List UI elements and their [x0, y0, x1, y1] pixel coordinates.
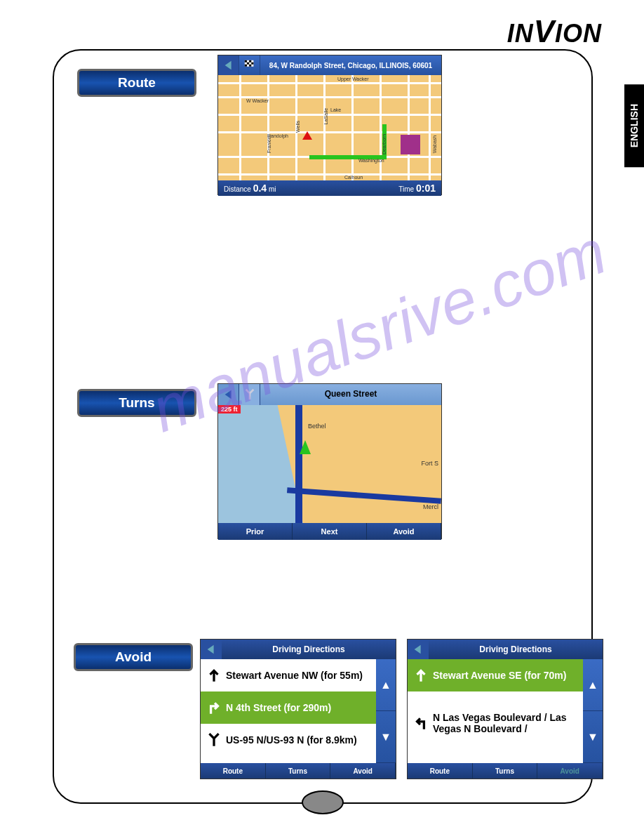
dd-list: Stewart Avenue NW (for 55m) N 4th Street…	[201, 659, 376, 763]
dd-row-text: Stewart Avenue SE (for 70m)	[433, 670, 582, 681]
highway-horizontal	[287, 487, 441, 503]
street-title: Queen Street	[260, 390, 441, 399]
map-canvas[interactable]: 225 ft Bethel Fort S Mercl	[218, 405, 441, 523]
brand-logo: INVION	[507, 14, 602, 49]
map-label: Fort S	[421, 460, 438, 467]
dd-row-text: N 4th Street (for 290m)	[226, 702, 375, 713]
avoid-button[interactable]: Avoid	[537, 763, 603, 779]
street-label: Upper Wacker	[337, 77, 368, 81]
destination-address: 84, W Randolph Street, Chicago, ILLINOIS…	[260, 62, 441, 70]
svg-rect-4	[246, 62, 248, 65]
route-button[interactable]: Route	[201, 763, 266, 779]
distance-label: Distance	[224, 185, 251, 193]
page-knob	[302, 790, 344, 814]
svg-marker-0	[224, 61, 231, 70]
back-icon[interactable]	[201, 640, 222, 659]
language-tab: ENGLISH	[624, 84, 644, 167]
dd-row[interactable]: US-95 N/US-93 N (for 8.9km)	[201, 724, 376, 756]
map-label: Bethel	[308, 423, 326, 430]
scroll-down-icon[interactable]: ▼	[583, 711, 603, 763]
dd-row-text: N Las Vegas Boulevard / Las Vegas N Boul…	[433, 712, 582, 734]
turns-button[interactable]: Turns	[473, 763, 538, 779]
map-footer: Prior Next Avoid	[218, 523, 441, 540]
straight-icon	[205, 666, 223, 684]
scroll-bar[interactable]: ▲ ▼	[376, 659, 396, 763]
avoid-button[interactable]: Avoid	[74, 643, 193, 671]
merge-icon	[205, 731, 223, 749]
street-label: Wells	[295, 121, 300, 133]
street-label: Franklin	[267, 135, 271, 153]
straight-icon	[412, 666, 430, 684]
dd-header: Driving Directions	[408, 640, 603, 659]
svg-marker-9	[208, 645, 214, 654]
route-button[interactable]: Route	[408, 763, 473, 779]
turns-map-screenshot: Queen Street 225 ft Bethel Fort S Mercl …	[217, 383, 442, 539]
street-label: LaSalle	[323, 108, 328, 124]
dd-header: Driving Directions	[201, 640, 396, 659]
current-location-icon	[302, 131, 312, 140]
scroll-up-icon[interactable]: ▲	[376, 659, 396, 711]
direction-arrow-icon	[300, 440, 311, 454]
driving-directions-panel: Driving Directions Stewart Avenue SE (fo…	[407, 639, 603, 779]
dd-row-text: US-95 N/US-93 N (for 8.9km)	[226, 734, 375, 746]
street-label: Wabash	[432, 135, 437, 153]
time-value: 0:01	[416, 183, 436, 194]
dd-row[interactable]: N Las Vegas Boulevard / Las Vegas N Boul…	[408, 691, 583, 755]
distance-badge: 225 ft	[218, 405, 241, 413]
dd-row-text: Stewart Avenue NW (for 55m)	[226, 670, 375, 681]
turn-right-icon	[205, 699, 223, 717]
prior-button[interactable]: Prior	[218, 523, 293, 540]
svg-marker-8	[224, 390, 231, 399]
back-icon[interactable]	[408, 640, 429, 659]
route-button[interactable]: Route	[77, 69, 196, 97]
map-header: 84, W Randolph Street, Chicago, ILLINOIS…	[218, 55, 441, 75]
scroll-bar[interactable]: ▲ ▼	[583, 659, 603, 763]
svg-rect-7	[249, 65, 251, 67]
street-label: Calhoun	[344, 175, 363, 180]
map-footer: Distance 0.4 mi Time 0:01	[218, 180, 441, 196]
street-label: Lake	[330, 107, 341, 112]
turn-icon	[239, 384, 260, 405]
dd-row[interactable]: Stewart Avenue SE (for 70m)	[408, 659, 583, 691]
driving-directions-panel: Driving Directions Stewart Avenue NW (fo…	[200, 639, 396, 779]
map-canvas[interactable]: Upper Wacker W Wacker Lake Randolph Wash…	[218, 75, 441, 180]
dd-footer: Route Turns Avoid	[408, 763, 603, 779]
svg-rect-2	[244, 60, 246, 62]
map-header: Queen Street	[218, 384, 441, 405]
back-icon[interactable]	[218, 384, 239, 405]
next-button[interactable]: Next	[293, 523, 367, 540]
street-label: Washington	[358, 158, 384, 163]
svg-marker-10	[415, 645, 421, 654]
distance-unit: mi	[269, 185, 276, 193]
back-icon[interactable]	[218, 55, 239, 75]
dd-list: Stewart Avenue SE (for 70m) N Las Vegas …	[408, 659, 583, 763]
svg-rect-5	[251, 62, 253, 65]
map-label: Mercl	[423, 503, 438, 510]
dd-row[interactable]: Stewart Avenue NW (for 55m)	[201, 659, 376, 691]
destination-block	[401, 135, 420, 154]
turn-left-icon	[412, 714, 430, 732]
turns-button[interactable]: Turns	[77, 389, 196, 417]
dd-body: Stewart Avenue SE (for 70m) N Las Vegas …	[408, 659, 603, 763]
dd-row[interactable]: N 4th Street (for 290m)	[201, 691, 376, 724]
avoid-button[interactable]: Avoid	[367, 523, 441, 540]
avoid-button[interactable]: Avoid	[330, 763, 396, 779]
dd-title: Driving Directions	[429, 644, 603, 654]
destination-flag-icon	[239, 55, 260, 75]
dd-footer: Route Turns Avoid	[201, 763, 396, 779]
svg-rect-6	[244, 65, 246, 67]
route-map-screenshot: 84, W Randolph Street, Chicago, ILLINOIS…	[217, 55, 442, 195]
distance-value: 0.4	[253, 183, 267, 194]
street-label: Dearborn	[382, 134, 387, 154]
dd-body: Stewart Avenue NW (for 55m) N 4th Street…	[201, 659, 396, 763]
highway-vertical	[295, 405, 302, 523]
dd-title: Driving Directions	[222, 644, 396, 654]
water-area	[218, 405, 303, 523]
svg-rect-3	[249, 60, 251, 62]
time-label: Time	[398, 185, 414, 193]
route-path	[309, 124, 387, 159]
turns-button[interactable]: Turns	[266, 763, 331, 779]
street-label: W Wacker	[246, 98, 269, 103]
scroll-up-icon[interactable]: ▲	[583, 659, 603, 711]
scroll-down-icon[interactable]: ▼	[376, 711, 396, 763]
